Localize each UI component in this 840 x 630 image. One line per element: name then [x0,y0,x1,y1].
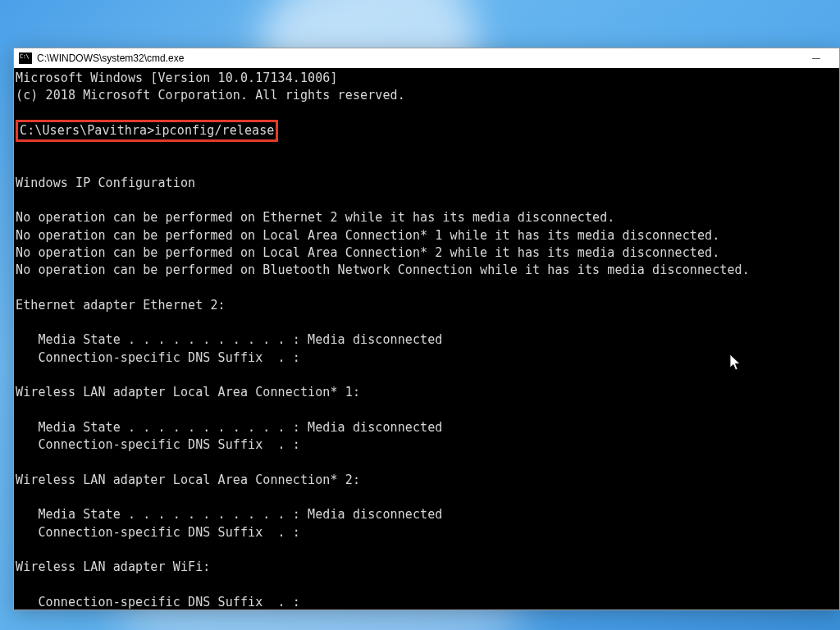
noop-line-2: No operation can be performed on Local A… [16,227,838,244]
media-state-line-2: Media State . . . . . . . . . . . : Medi… [16,419,838,436]
noop-line-4: No operation can be performed on Bluetoo… [16,262,838,279]
noop-line-1: No operation can be performed on Etherne… [16,209,838,226]
terminal-output[interactable]: Microsoft Windows [Version 10.0.17134.10… [14,68,839,609]
highlighted-command: C:\Users\Pavithra>ipconfig/release [16,120,278,142]
media-state-line-3: Media State . . . . . . . . . . . : Medi… [16,506,838,523]
adapter-lac2-header: Wireless LAN adapter Local Area Connecti… [16,472,838,489]
copyright-line: (c) 2018 Microsoft Corporation. All righ… [16,87,838,104]
prompt-line: C:\Users\Pavithra>ipconfig/release [16,122,838,139]
adapter-wifi-header: Wireless LAN adapter WiFi: [16,559,838,576]
dns-suffix-line-2: Connection-specific DNS Suffix . : [16,436,838,454]
cmd-icon [19,52,32,64]
dns-suffix-line-4: Connection-specific DNS Suffix . : [16,594,838,609]
version-line: Microsoft Windows [Version 10.0.17134.10… [16,70,838,87]
dns-suffix-line: Connection-specific DNS Suffix . : [16,349,838,367]
window-titlebar[interactable]: C:\WINDOWS\system32\cmd.exe [14,48,839,68]
adapter-lac1-header: Wireless LAN adapter Local Area Connecti… [16,384,838,401]
adapter-ethernet2-header: Ethernet adapter Ethernet 2: [16,297,838,314]
window-title: C:\WINDOWS\system32\cmd.exe [37,52,798,64]
ipconfig-header: Windows IP Configuration [16,175,838,192]
minimize-button[interactable] [798,48,834,68]
media-state-line: Media State . . . . . . . . . . . : Medi… [16,331,838,349]
cmd-window: C:\WINDOWS\system32\cmd.exe Microsoft Wi… [13,48,840,610]
dns-suffix-line-3: Connection-specific DNS Suffix . : [16,524,838,541]
noop-line-3: No operation can be performed on Local A… [16,244,838,262]
